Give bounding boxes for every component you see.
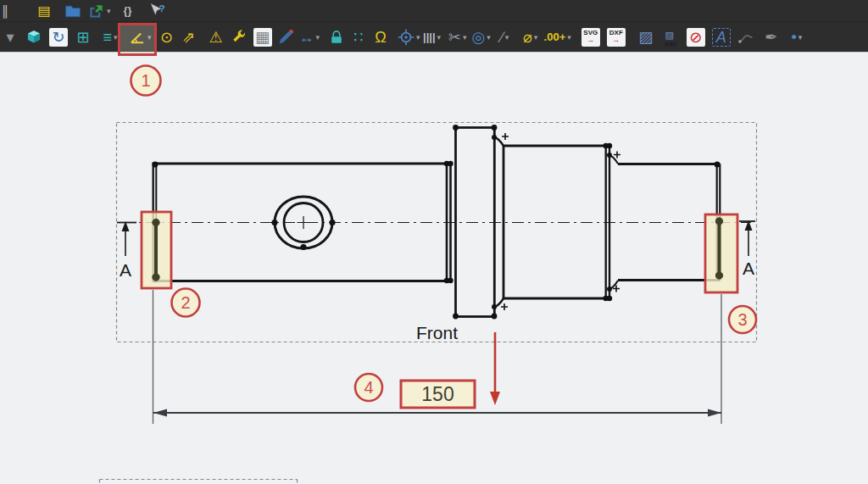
slope-dimension-icon[interactable]: ∕▾	[495, 27, 515, 47]
center-target-icon[interactable]: ▾	[398, 27, 420, 47]
dimension-arrow-left	[153, 409, 167, 417]
cut-scissors-icon-glyph: ✂	[448, 30, 461, 45]
caliper-icon-glyph: ∥	[2, 4, 8, 18]
centerline-icon[interactable]: ||||▾	[422, 27, 442, 47]
rich-text-icon[interactable]: ✒	[761, 27, 782, 47]
section-arrow-right[interactable]	[739, 220, 755, 256]
overflow-caret-icon-glyph: ▾	[6, 30, 14, 45]
callout-2-number: 2	[181, 293, 190, 312]
section-arrow-left[interactable]	[117, 221, 136, 256]
diameter-icon-caret[interactable]: ▾	[534, 33, 538, 42]
pattern-hatch-icon[interactable]: ▨PAT	[661, 27, 682, 47]
balloon-icon[interactable]: ⊙	[157, 27, 177, 47]
export-icon-caret[interactable]: ▾	[107, 7, 111, 15]
centerline-icon-glyph: ||||	[423, 31, 436, 42]
dot-icon-glyph: •	[791, 30, 796, 45]
lock-view-icon-glyph	[328, 29, 345, 46]
hammer-warning-icon-glyph: ⚠	[209, 30, 222, 45]
callout-2: 2	[172, 289, 200, 317]
section-label-left: A	[120, 260, 131, 280]
rich-text-icon-glyph: ✒	[765, 30, 777, 45]
help-cursor-icon[interactable]	[147, 1, 167, 21]
extension-dimension-icon-glyph: ⇗	[182, 30, 195, 45]
callout-4: 4	[355, 374, 382, 401]
dimension-table-icon-glyph: ▦	[255, 30, 270, 45]
cut-scissors-icon[interactable]: ✂▾	[448, 27, 468, 47]
overflow-caret-icon[interactable]: ▾	[0, 27, 20, 47]
view-sync-icon[interactable]: ↻	[49, 28, 68, 47]
view-border[interactable]	[117, 123, 757, 342]
callout-4-number: 4	[364, 378, 373, 397]
isometric-cube-icon-glyph	[25, 29, 42, 46]
highlight-box-3	[705, 214, 737, 292]
center-target-icon-caret[interactable]: ▾	[416, 33, 420, 42]
circle-center-icon[interactable]: ◎▾	[471, 27, 492, 47]
horizontal-extent-icon-glyph: ↔	[299, 30, 314, 45]
hammer-warning-icon[interactable]: ⚠	[206, 27, 226, 47]
guide-arrow	[490, 332, 500, 405]
toolbar-row-1: ∥▤▾{}	[0, 0, 868, 22]
diameter-icon-glyph: ⌀	[523, 30, 532, 45]
leader-line-icon[interactable]	[736, 27, 756, 47]
extension-dimension-icon[interactable]: ⇗	[179, 27, 199, 47]
pattern-hatch-icon-glyph: ▨PAT	[665, 26, 677, 48]
isometric-cube-icon[interactable]	[24, 27, 44, 47]
vertex-dots-icon[interactable]: ∷	[348, 27, 369, 47]
dimension-arrow-right	[708, 409, 721, 417]
section-label-right: A	[743, 259, 754, 278]
balloon-icon-glyph: ⊙	[160, 30, 173, 45]
caliper-icon[interactable]: ∥	[0, 1, 15, 21]
circle-center-icon-glyph: ◎	[471, 30, 485, 45]
export-svg-icon-glyph: SVG→	[583, 30, 598, 44]
dot-icon[interactable]: •▾	[787, 27, 807, 47]
drawing-canvas[interactable]: A A Front 150 1 2	[0, 53, 868, 484]
hatch-icon-glyph: ▨	[638, 30, 653, 45]
callout-3-number: 3	[737, 310, 747, 329]
braces-icon-glyph: {}	[123, 5, 131, 16]
decimal-places-icon-glyph: .00+	[544, 31, 566, 42]
view-label[interactable]: Front	[416, 323, 458, 342]
freecad-window: ∥▤▾{} ▾↻⊞≡▾▾⊙⇗⚠▦↔▾∷Ω▾||||▾✂▾◎▾∕▾⌀▾.00+▾S…	[0, 0, 868, 484]
export-dxf-icon[interactable]: DXF→	[607, 28, 626, 47]
cut-scissors-icon-caret[interactable]: ▾	[463, 33, 467, 42]
circle-center-icon-caret[interactable]: ▾	[487, 33, 491, 42]
leader-line-icon-glyph	[737, 29, 754, 46]
view-sync-icon-glyph: ↻	[52, 30, 64, 45]
slope-dimension-icon-caret[interactable]: ▾	[505, 33, 509, 42]
length-dimension[interactable]: 150	[153, 290, 722, 424]
help-cursor-icon-glyph	[148, 3, 165, 19]
horizontal-extent-icon-caret[interactable]: ▾	[316, 33, 320, 42]
export-icon[interactable]: ▾	[88, 1, 111, 21]
export-icon-glyph	[88, 3, 105, 19]
dot-icon-caret[interactable]: ▾	[798, 33, 803, 42]
remove-hatch-icon-glyph: ⊘	[689, 30, 702, 45]
layers-icon[interactable]: ▤	[34, 1, 54, 21]
pencil-annotation-icon[interactable]	[275, 27, 296, 47]
wrench-icon[interactable]	[228, 27, 248, 47]
remove-hatch-icon[interactable]: ⊘	[687, 28, 705, 47]
dimension-table-icon[interactable]: ▦	[253, 28, 272, 47]
dimension-value[interactable]: 150	[421, 383, 453, 405]
insert-view-icon[interactable]: ⊞	[73, 27, 93, 47]
annotation-icon[interactable]: A	[712, 28, 731, 47]
centerline-icon-caret[interactable]: ▾	[437, 33, 442, 42]
export-dxf-icon-glyph: DXF→	[609, 30, 623, 44]
annotation-icon-glyph: A	[716, 30, 726, 45]
folder-icon[interactable]	[63, 1, 83, 21]
export-svg-icon[interactable]: SVG→	[581, 28, 600, 47]
horizontal-extent-icon[interactable]: ↔▾	[299, 27, 320, 47]
diameter-icon[interactable]: ⌀▾	[520, 27, 541, 47]
omega-icon[interactable]: Ω	[370, 27, 391, 47]
lock-view-icon[interactable]	[326, 27, 347, 47]
braces-icon[interactable]: {}	[118, 1, 138, 21]
tree-settings-icon-caret[interactable]: ▾	[114, 33, 118, 42]
vertex-dots-icon-glyph: ∷	[353, 30, 363, 45]
decimal-places-icon[interactable]: .00+▾	[544, 27, 571, 47]
second-view-border[interactable]	[100, 480, 298, 484]
callout-1-number: 1	[141, 71, 150, 90]
plus-markers	[501, 133, 620, 310]
tree-settings-icon-glyph: ≡	[103, 30, 112, 45]
decimal-places-icon-caret[interactable]: ▾	[567, 33, 571, 42]
hatch-icon[interactable]: ▨	[636, 27, 656, 47]
callout-3: 3	[729, 306, 756, 333]
